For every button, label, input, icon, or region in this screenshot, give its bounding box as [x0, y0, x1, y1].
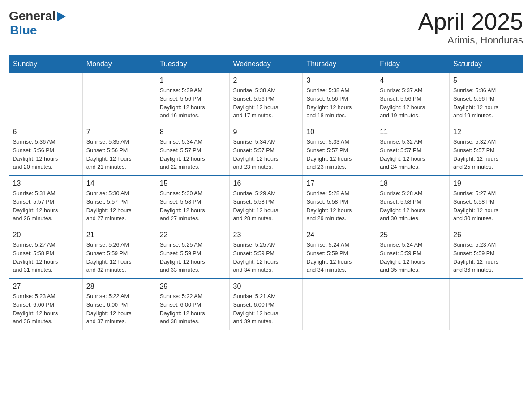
weekday-header: Tuesday — [156, 56, 229, 73]
calendar-table: SundayMondayTuesdayWednesdayThursdayFrid… — [9, 55, 523, 330]
day-info: Sunrise: 5:34 AMSunset: 5:57 PMDaylight:… — [160, 138, 226, 171]
weekday-header: Sunday — [9, 56, 83, 73]
day-number: 22 — [160, 231, 226, 239]
day-info: Sunrise: 5:37 AMSunset: 5:56 PMDaylight:… — [380, 86, 446, 120]
day-number: 10 — [306, 128, 372, 136]
day-number: 2 — [233, 77, 299, 85]
day-number: 19 — [453, 180, 519, 188]
day-info: Sunrise: 5:25 AMSunset: 5:59 PMDaylight:… — [160, 241, 226, 274]
calendar-week-row: 27Sunrise: 5:23 AMSunset: 6:00 PMDayligh… — [9, 278, 523, 330]
calendar-cell: 28Sunrise: 5:22 AMSunset: 6:00 PMDayligh… — [82, 278, 156, 330]
day-number: 3 — [306, 77, 372, 85]
calendar-cell — [9, 73, 83, 124]
day-info: Sunrise: 5:27 AMSunset: 5:58 PMDaylight:… — [13, 241, 79, 274]
calendar-cell: 14Sunrise: 5:30 AMSunset: 5:57 PMDayligh… — [82, 176, 156, 227]
day-number: 9 — [233, 128, 299, 136]
day-number: 12 — [453, 128, 519, 136]
weekday-header: Wednesday — [229, 56, 303, 73]
title-block: April 2025 Arimis, Honduras — [418, 9, 523, 46]
day-info: Sunrise: 5:38 AMSunset: 5:56 PMDaylight:… — [306, 86, 372, 120]
page-header: General Blue April 2025 Arimis, Honduras — [9, 9, 523, 46]
calendar-cell: 2Sunrise: 5:38 AMSunset: 5:56 PMDaylight… — [229, 73, 303, 124]
calendar-cell: 1Sunrise: 5:39 AMSunset: 5:56 PMDaylight… — [156, 73, 229, 124]
calendar-cell: 18Sunrise: 5:28 AMSunset: 5:58 PMDayligh… — [376, 176, 450, 227]
day-number: 27 — [13, 283, 79, 291]
day-number: 30 — [233, 283, 299, 291]
weekday-header: Monday — [82, 56, 156, 73]
calendar-cell: 11Sunrise: 5:32 AMSunset: 5:57 PMDayligh… — [376, 124, 450, 176]
day-number: 8 — [160, 128, 226, 136]
calendar-cell — [450, 278, 523, 330]
day-number: 4 — [380, 77, 446, 85]
calendar-cell — [376, 278, 450, 330]
calendar-cell: 3Sunrise: 5:38 AMSunset: 5:56 PMDaylight… — [303, 73, 376, 124]
calendar-week-row: 1Sunrise: 5:39 AMSunset: 5:56 PMDaylight… — [9, 73, 523, 124]
day-number: 24 — [306, 231, 372, 239]
day-info: Sunrise: 5:23 AMSunset: 6:00 PMDaylight:… — [13, 292, 79, 326]
calendar-cell: 7Sunrise: 5:35 AMSunset: 5:56 PMDaylight… — [82, 124, 156, 176]
day-info: Sunrise: 5:31 AMSunset: 5:57 PMDaylight:… — [13, 189, 79, 223]
day-number: 20 — [13, 231, 79, 239]
day-number: 18 — [380, 180, 446, 188]
day-number: 13 — [13, 180, 79, 188]
svg-marker-0 — [57, 12, 66, 21]
logo-blue-text: Blue — [10, 23, 37, 37]
calendar-cell: 17Sunrise: 5:28 AMSunset: 5:58 PMDayligh… — [303, 176, 376, 227]
day-info: Sunrise: 5:39 AMSunset: 5:56 PMDaylight:… — [160, 86, 226, 120]
day-number: 21 — [86, 231, 152, 239]
day-info: Sunrise: 5:22 AMSunset: 6:00 PMDaylight:… — [160, 292, 226, 326]
day-info: Sunrise: 5:24 AMSunset: 5:59 PMDaylight:… — [380, 241, 446, 274]
calendar-cell: 20Sunrise: 5:27 AMSunset: 5:58 PMDayligh… — [9, 227, 83, 278]
day-number: 1 — [160, 77, 226, 85]
calendar-cell: 15Sunrise: 5:30 AMSunset: 5:58 PMDayligh… — [156, 176, 229, 227]
day-info: Sunrise: 5:28 AMSunset: 5:58 PMDaylight:… — [380, 189, 446, 223]
calendar-cell: 10Sunrise: 5:33 AMSunset: 5:57 PMDayligh… — [303, 124, 376, 176]
day-info: Sunrise: 5:25 AMSunset: 5:59 PMDaylight:… — [233, 241, 299, 274]
day-info: Sunrise: 5:21 AMSunset: 6:00 PMDaylight:… — [233, 292, 299, 326]
calendar-week-row: 20Sunrise: 5:27 AMSunset: 5:58 PMDayligh… — [9, 227, 523, 278]
day-info: Sunrise: 5:35 AMSunset: 5:56 PMDaylight:… — [86, 138, 152, 171]
calendar-cell: 6Sunrise: 5:36 AMSunset: 5:56 PMDaylight… — [9, 124, 83, 176]
day-number: 25 — [380, 231, 446, 239]
calendar-cell: 22Sunrise: 5:25 AMSunset: 5:59 PMDayligh… — [156, 227, 229, 278]
calendar-week-row: 13Sunrise: 5:31 AMSunset: 5:57 PMDayligh… — [9, 176, 523, 227]
calendar-cell: 25Sunrise: 5:24 AMSunset: 5:59 PMDayligh… — [376, 227, 450, 278]
day-info: Sunrise: 5:27 AMSunset: 5:58 PMDaylight:… — [453, 189, 519, 223]
day-info: Sunrise: 5:30 AMSunset: 5:58 PMDaylight:… — [160, 189, 226, 223]
day-number: 28 — [86, 283, 152, 291]
calendar-cell: 5Sunrise: 5:36 AMSunset: 5:56 PMDaylight… — [450, 73, 523, 124]
day-number: 5 — [453, 77, 519, 85]
day-number: 11 — [380, 128, 446, 136]
day-info: Sunrise: 5:32 AMSunset: 5:57 PMDaylight:… — [380, 138, 446, 171]
day-info: Sunrise: 5:33 AMSunset: 5:57 PMDaylight:… — [306, 138, 372, 171]
calendar-cell: 24Sunrise: 5:24 AMSunset: 5:59 PMDayligh… — [303, 227, 376, 278]
day-info: Sunrise: 5:22 AMSunset: 6:00 PMDaylight:… — [86, 292, 152, 326]
day-info: Sunrise: 5:24 AMSunset: 5:59 PMDaylight:… — [306, 241, 372, 274]
day-number: 14 — [86, 180, 152, 188]
day-info: Sunrise: 5:36 AMSunset: 5:56 PMDaylight:… — [13, 138, 79, 171]
logo-general-text: General — [9, 9, 56, 23]
calendar-cell: 30Sunrise: 5:21 AMSunset: 6:00 PMDayligh… — [229, 278, 303, 330]
day-info: Sunrise: 5:32 AMSunset: 5:57 PMDaylight:… — [453, 138, 519, 171]
calendar-cell: 19Sunrise: 5:27 AMSunset: 5:58 PMDayligh… — [450, 176, 523, 227]
calendar-week-row: 6Sunrise: 5:36 AMSunset: 5:56 PMDaylight… — [9, 124, 523, 176]
day-number: 29 — [160, 283, 226, 291]
day-number: 15 — [160, 180, 226, 188]
page-subtitle: Arimis, Honduras — [418, 34, 523, 46]
day-info: Sunrise: 5:34 AMSunset: 5:57 PMDaylight:… — [233, 138, 299, 171]
calendar-cell: 26Sunrise: 5:23 AMSunset: 5:59 PMDayligh… — [450, 227, 523, 278]
calendar-cell: 4Sunrise: 5:37 AMSunset: 5:56 PMDaylight… — [376, 73, 450, 124]
logo: General Blue — [9, 9, 66, 38]
day-info: Sunrise: 5:36 AMSunset: 5:56 PMDaylight:… — [453, 86, 519, 120]
calendar-cell — [303, 278, 376, 330]
day-info: Sunrise: 5:26 AMSunset: 5:59 PMDaylight:… — [86, 241, 152, 274]
day-number: 23 — [233, 231, 299, 239]
day-info: Sunrise: 5:29 AMSunset: 5:58 PMDaylight:… — [233, 189, 299, 223]
day-number: 17 — [306, 180, 372, 188]
calendar-cell: 8Sunrise: 5:34 AMSunset: 5:57 PMDaylight… — [156, 124, 229, 176]
day-info: Sunrise: 5:28 AMSunset: 5:58 PMDaylight:… — [306, 189, 372, 223]
day-info: Sunrise: 5:23 AMSunset: 5:59 PMDaylight:… — [453, 241, 519, 274]
weekday-header: Thursday — [303, 56, 376, 73]
day-number: 6 — [13, 128, 79, 136]
calendar-cell: 21Sunrise: 5:26 AMSunset: 5:59 PMDayligh… — [82, 227, 156, 278]
